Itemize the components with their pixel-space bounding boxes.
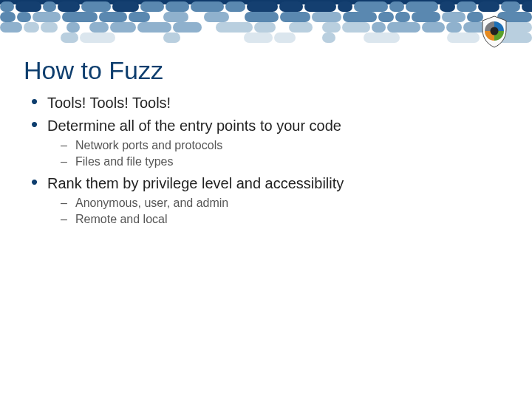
sub-bullet-item: Files and file types (61, 154, 505, 170)
sub-bullet-item: Remote and local (61, 211, 505, 228)
deco-chip (80, 33, 115, 43)
bullet-item: Rank them by privilege level and accessi… (27, 174, 505, 227)
header-decoration (0, 0, 532, 52)
bullet-text: Rank them by privilege level and accessi… (47, 175, 344, 191)
sub-bullet-item: Network ports and protocols (61, 137, 505, 154)
shield-logo-icon (477, 15, 511, 49)
sub-bullet-item: Anonymous, user, and admin (61, 195, 505, 211)
deco-row-4 (0, 31, 532, 44)
slide-content: Tools! Tools! Tools! Determine all of th… (27, 93, 505, 231)
deco-chip (274, 33, 296, 43)
bullet-text: Determine all of the entry points to you… (47, 117, 341, 134)
deco-chip (244, 33, 273, 43)
deco-chip (364, 33, 400, 43)
bullet-item: Determine all of the entry points to you… (27, 116, 505, 169)
deco-chip (163, 33, 180, 43)
bullet-item: Tools! Tools! Tools! (27, 93, 505, 113)
slide-title: How to Fuzz (24, 56, 163, 85)
deco-chip (61, 33, 78, 43)
bullet-text: Tools! Tools! Tools! (47, 95, 171, 111)
deco-chip (447, 33, 480, 43)
deco-chip (322, 33, 335, 43)
logo-center (491, 27, 499, 35)
